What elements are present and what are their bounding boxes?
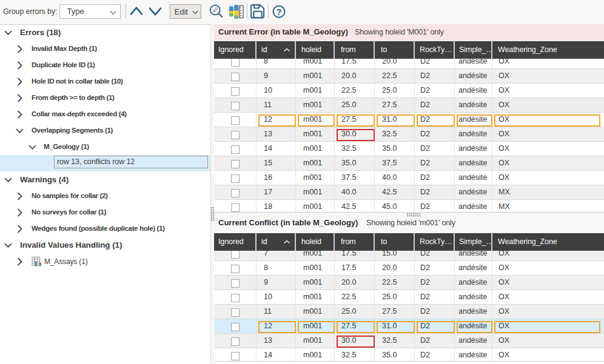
svg-text:?: ? xyxy=(277,7,282,16)
